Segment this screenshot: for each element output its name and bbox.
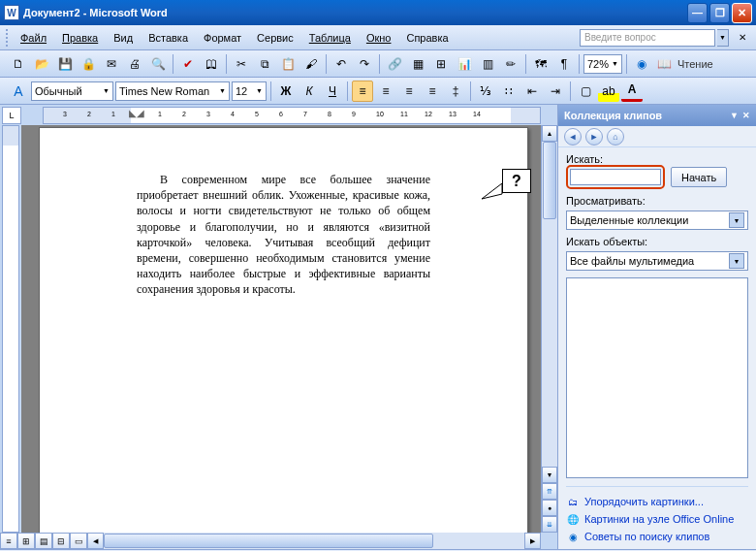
taskpane-close-icon[interactable]: ✕ (742, 111, 750, 120)
hscroll-track[interactable] (104, 533, 524, 549)
line-spacing-icon[interactable]: ‡ (445, 81, 466, 102)
browse-object-icon[interactable]: ● (542, 500, 557, 516)
minimize-button[interactable]: — (687, 3, 708, 23)
scroll-thumb[interactable] (543, 142, 556, 219)
align-right-icon[interactable]: ≡ (398, 81, 420, 102)
copy-icon[interactable]: ⧉ (254, 53, 275, 75)
font-combo[interactable]: Times New Roman▼ (115, 81, 230, 101)
globe-icon: 🌐 (566, 512, 580, 526)
align-left-icon[interactable]: ≡ (352, 81, 373, 102)
horizontal-ruler[interactable]: ◣◢ 321 123 456 789 101112 1314 (43, 107, 541, 124)
open-icon[interactable]: 📂 (31, 53, 52, 75)
email-icon[interactable]: ✉ (101, 53, 122, 75)
outline-view-icon[interactable]: ⊟ (52, 533, 70, 549)
search-input[interactable] (570, 169, 661, 185)
borders-icon[interactable]: ▢ (575, 81, 596, 102)
maximize-button[interactable]: ❐ (709, 3, 730, 23)
menu-file[interactable]: Файл (14, 29, 53, 47)
excel-icon[interactable]: 📊 (454, 53, 475, 75)
tips-link[interactable]: ◉Советы по поиску клипов (566, 528, 748, 545)
numbering-icon[interactable]: ⅓ (475, 81, 496, 102)
menu-tools[interactable]: Сервис (250, 29, 300, 47)
font-color-icon[interactable]: A (621, 81, 643, 102)
online-link[interactable]: 🌐Картинки на узле Office Online (566, 510, 748, 528)
redo-icon[interactable]: ↷ (354, 53, 375, 75)
reading-layout-icon[interactable]: 📖 (654, 53, 676, 75)
start-search-button[interactable]: Начать (671, 167, 727, 187)
new-doc-icon[interactable]: 🗋 (8, 53, 29, 75)
scroll-right-icon[interactable]: ▶ (524, 533, 541, 549)
normal-view-icon[interactable]: ≡ (0, 533, 17, 549)
tab-selector-icon[interactable]: L (2, 107, 21, 124)
objects-select[interactable]: Все файлы мультимедиа▼ (566, 251, 748, 271)
increase-indent-icon[interactable]: ⇥ (545, 81, 566, 102)
save-icon[interactable]: 💾 (54, 53, 76, 75)
paragraph-text[interactable]: В современном мире все большее значение … (137, 172, 430, 298)
format-painter-icon[interactable]: 🖌 (300, 53, 322, 75)
nav-back-icon[interactable]: ◄ (564, 128, 582, 146)
bold-icon[interactable]: Ж (275, 81, 297, 102)
taskpane-menu-icon[interactable]: ▼ (730, 111, 739, 120)
insert-table-icon[interactable]: ⊞ (430, 53, 452, 75)
next-page-icon[interactable]: ⇊ (542, 516, 557, 533)
toolbar-grip[interactable] (6, 29, 10, 47)
zoom-combo[interactable]: 72%▼ (583, 54, 622, 74)
vertical-scrollbar[interactable]: ▲ ▼ ⇈ ● ⇊ (541, 125, 557, 533)
reading-label[interactable]: Чтение (677, 58, 713, 70)
menu-help[interactable]: Справка (399, 29, 455, 47)
scroll-track[interactable] (542, 142, 557, 467)
vertical-ruler[interactable] (2, 125, 19, 533)
help-icon[interactable]: ◉ (631, 53, 652, 75)
print-layout-view-icon[interactable]: ▤ (35, 533, 52, 549)
align-justify-icon[interactable]: ≡ (422, 81, 443, 102)
underline-icon[interactable]: Ч (322, 81, 343, 102)
menu-table[interactable]: Таблица (302, 29, 358, 47)
workspace: L ◣◢ 321 123 456 789 101112 1314 В совре… (0, 105, 756, 549)
show-marks-icon[interactable]: ¶ (553, 53, 575, 75)
decrease-indent-icon[interactable]: ⇤ (521, 81, 543, 102)
hyperlink-icon[interactable]: 🔗 (384, 53, 405, 75)
word-app-icon: W (4, 5, 19, 20)
hscroll-thumb[interactable] (104, 534, 433, 548)
print-preview-icon[interactable]: 🔍 (147, 53, 169, 75)
scroll-left-icon[interactable]: ◀ (87, 533, 104, 549)
ask-question-input[interactable]: Введите вопрос (580, 29, 715, 47)
organize-link[interactable]: 🗂Упорядочить картинки... (566, 493, 748, 510)
paste-icon[interactable]: 📋 (277, 53, 299, 75)
print-icon[interactable]: 🖨 (124, 53, 145, 75)
permission-icon[interactable]: 🔒 (78, 53, 99, 75)
columns-icon[interactable]: ▥ (477, 53, 498, 75)
prev-page-icon[interactable]: ⇈ (542, 483, 557, 500)
spellcheck-icon[interactable]: ✔ (177, 53, 199, 75)
align-center-icon[interactable]: ≡ (375, 81, 396, 102)
menu-insert[interactable]: Вставка (142, 29, 195, 47)
scroll-down-icon[interactable]: ▼ (542, 467, 557, 483)
cut-icon[interactable]: ✂ (231, 53, 252, 75)
drawing-icon[interactable]: ✏ (500, 53, 521, 75)
scroll-up-icon[interactable]: ▲ (542, 125, 557, 142)
undo-icon[interactable]: ↶ (331, 53, 352, 75)
tables-borders-icon[interactable]: ▦ (407, 53, 428, 75)
styles-pane-icon[interactable]: A (8, 81, 29, 102)
web-view-icon[interactable]: ⊞ (17, 533, 35, 549)
research-icon[interactable]: 🕮 (201, 53, 222, 75)
ask-dropdown-icon[interactable]: ▼ (717, 29, 729, 47)
nav-home-icon[interactable]: ⌂ (607, 128, 624, 146)
italic-icon[interactable]: К (299, 81, 320, 102)
style-combo[interactable]: Обычный▼ (31, 81, 113, 101)
browse-select[interactable]: Выделенные коллекции▼ (566, 211, 748, 230)
bullets-icon[interactable]: ∷ (498, 81, 520, 102)
doc-map-icon[interactable]: 🗺 (530, 53, 551, 75)
document-page[interactable]: В современном мире все большее значение … (39, 127, 528, 533)
nav-forward-icon[interactable]: ► (585, 128, 603, 146)
menu-window[interactable]: Окно (360, 29, 398, 47)
menu-edit[interactable]: Правка (55, 29, 105, 47)
horizontal-scrollbar[interactable]: ◀ ▶ (87, 533, 541, 549)
highlight-icon[interactable]: ab (598, 81, 619, 102)
menu-format[interactable]: Формат (197, 29, 248, 47)
menu-view[interactable]: Вид (107, 29, 140, 47)
menu-close-icon[interactable]: ✕ (735, 32, 750, 43)
close-button[interactable]: ✕ (732, 3, 752, 23)
reading-view-icon[interactable]: ▭ (70, 533, 87, 549)
size-combo[interactable]: 12▼ (232, 81, 267, 101)
